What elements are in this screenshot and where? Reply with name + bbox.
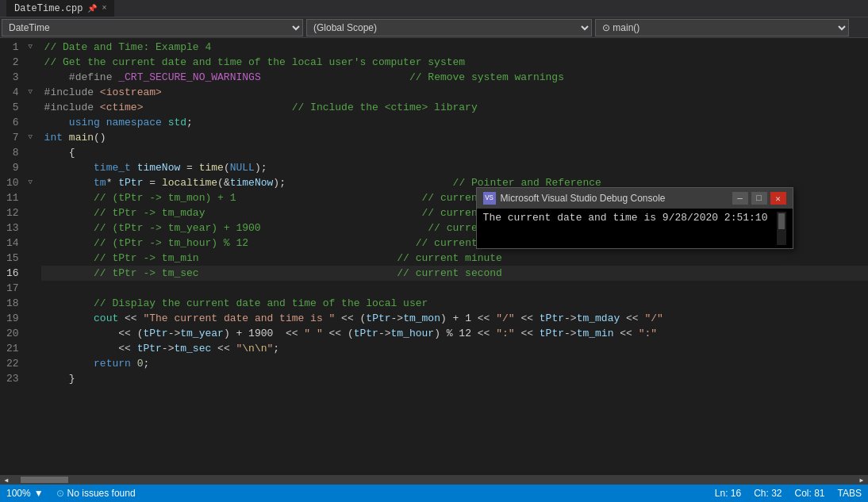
line13-pad [261, 220, 428, 236]
title-bar: DateTime.cpp 📌 × [0, 0, 868, 17]
line-num-7: 7 [6, 130, 19, 145]
debug-scroll-thumb [778, 213, 785, 229]
line-num-2: 2 [6, 55, 19, 70]
status-issues[interactable]: ⊙ No issues found [56, 488, 136, 499]
line7-int: int [44, 130, 69, 145]
line5-pad [143, 100, 291, 115]
line20-arrow2: -> [378, 326, 391, 341]
line18-indent [44, 296, 94, 311]
line-num-15: 15 [6, 251, 19, 266]
file-tab[interactable]: DateTime.cpp 📌 × [6, 0, 114, 17]
line19-cout: cout [94, 311, 118, 326]
code-area[interactable]: // Date and Time: Example 4 // Get the c… [41, 38, 868, 475]
line-num-4: 4 [6, 85, 19, 100]
line21-arrow: -> [162, 341, 175, 356]
line11-indent [44, 190, 94, 205]
scroll-track[interactable] [13, 477, 855, 483]
line20-indent: << ( [44, 326, 144, 341]
line20-sp: " " [304, 326, 322, 341]
line19-slash2: "/" [644, 311, 663, 326]
margin-5 [29, 98, 41, 113]
line3-comment: // Remove system warnings [409, 70, 564, 85]
debug-close-button[interactable]: ✕ [770, 192, 786, 205]
line20-op3: << [515, 326, 540, 341]
line-num-3: 3 [6, 70, 19, 85]
line9-type: time_t [94, 160, 137, 175]
margin-12 [29, 204, 41, 219]
scroll-right-arrow[interactable]: ▶ [855, 475, 868, 485]
line22-indent [44, 356, 94, 371]
code-line-5: #include <ctime> // Include the <ctime> … [41, 100, 868, 115]
line20-arrow: -> [168, 326, 181, 341]
margin-19 [29, 309, 41, 324]
line19-mon: tm_mon [403, 311, 440, 326]
margin-14 [29, 234, 41, 249]
line20-hour: tm_hour [391, 326, 435, 341]
col-label: Col: 81 [795, 488, 825, 499]
line10-ptr: tPtr [118, 175, 143, 190]
margin-18 [29, 294, 41, 309]
line6-semi: ; [186, 115, 193, 130]
code-line-21: << tPtr -> tm_sec << "\n\n" ; [41, 341, 868, 356]
debug-maximize-button[interactable]: □ [751, 192, 767, 205]
scroll-left-arrow[interactable]: ◀ [0, 475, 13, 485]
line3-define: #define [69, 70, 113, 85]
line7-main: main [69, 130, 94, 145]
margin-2 [29, 53, 41, 68]
line-num-22: 22 [6, 356, 19, 371]
margin-10: ▽ [29, 174, 41, 189]
debug-minimize-button[interactable]: — [732, 192, 748, 205]
line19-indent [44, 311, 94, 326]
line19-op4: << [620, 311, 644, 326]
close-tab-icon[interactable]: × [102, 4, 106, 13]
margin-20 [29, 324, 41, 339]
line6-indent [44, 115, 69, 130]
line17-empty [44, 281, 51, 296]
line14-pad [248, 236, 416, 251]
line-num-13: 13 [6, 220, 19, 236]
status-tabs[interactable]: TABS [838, 488, 862, 499]
line20-op4: << [613, 326, 638, 341]
line22-zero: 0 [137, 356, 144, 371]
debug-output-text: The current date and time is 9/28/2020 2… [483, 212, 774, 224]
line10-pad [286, 175, 453, 190]
line10-star: * [106, 175, 119, 190]
line13-code: // (tPtr -> tm_year) + 1900 [94, 220, 261, 236]
line9-eq: = [180, 160, 198, 175]
line3-pad [261, 70, 409, 85]
line12-code: // tPtr -> tm_mday [94, 205, 205, 220]
line-num-23: 23 [6, 371, 19, 386]
line19-ptr: tPtr [366, 311, 390, 326]
line-num-5: 5 [6, 100, 19, 115]
line19-arrow2: -> [564, 311, 577, 326]
line9-var: timeNow [137, 160, 181, 175]
line10-eq: = [143, 175, 161, 190]
class-dropdown[interactable]: DateTime [2, 19, 303, 36]
code-line-9: time_t timeNow = time ( NULL ); [41, 160, 868, 175]
line20-min: tPtr [540, 326, 564, 341]
scope-dropdown[interactable]: (Global Scope) [306, 19, 592, 36]
line19-op3: << [515, 311, 540, 326]
line10-rp: ); [273, 175, 286, 190]
line9-null: NULL [230, 160, 255, 175]
horizontal-scrollbar[interactable]: ◀ ▶ [0, 475, 868, 485]
line20-arrow3: -> [564, 326, 577, 341]
line12-indent [44, 205, 94, 220]
line4-include: #include [44, 85, 100, 100]
line-num-11: 11 [6, 190, 19, 205]
line14-indent [44, 236, 94, 251]
line21-esc: " [236, 341, 243, 356]
issues-label: No issues found [67, 488, 136, 499]
tabs-label: TABS [838, 488, 862, 499]
line11-code: // (tPtr -> tm_mon) + 1 [94, 190, 236, 205]
scroll-thumb [21, 477, 68, 483]
status-zoom[interactable]: 100% ▼ [6, 488, 44, 499]
debug-scrollbar[interactable] [777, 212, 786, 245]
debug-output: The current date and time is 9/28/2020 2… [477, 209, 793, 248]
margin-4: ▽ [29, 83, 41, 98]
line13-indent [44, 220, 94, 236]
line20-year: tm_year [180, 326, 224, 341]
status-right: Ln: 16 Ch: 32 Col: 81 TABS [715, 488, 862, 499]
debug-console[interactable]: VS Microsoft Visual Studio Debug Console… [476, 187, 793, 249]
method-dropdown[interactable]: ⊙ main() [595, 19, 849, 36]
